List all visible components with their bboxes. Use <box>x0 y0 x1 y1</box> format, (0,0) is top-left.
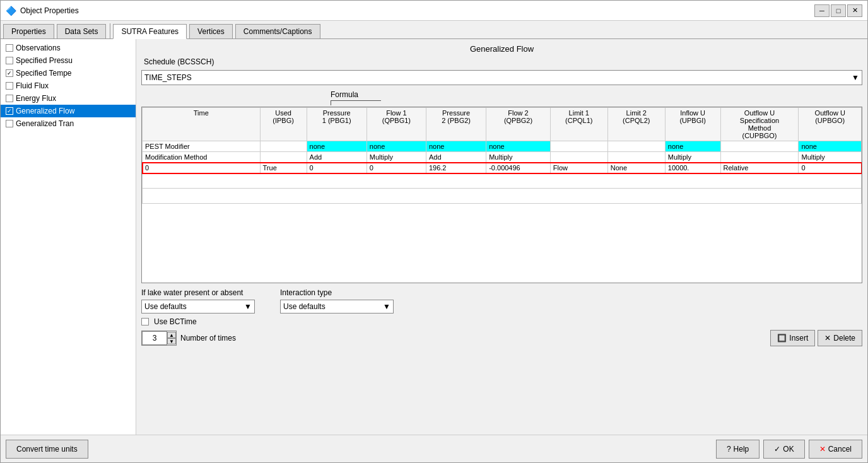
interaction-type-arrow: ▼ <box>383 302 390 311</box>
sidebar-item-generalized-tran[interactable]: Generalized Tran <box>1 117 136 130</box>
interaction-type-dropdown[interactable]: Use defaults ▼ <box>280 300 394 314</box>
lake-water-arrow: ▼ <box>244 302 252 311</box>
insert-button[interactable]: 🔲 Insert <box>770 330 815 346</box>
data-col-9: Relative <box>720 163 799 173</box>
sidebar: Observations Specified Pressu Specified … <box>1 39 136 435</box>
specified-pressure-checkbox[interactable] <box>6 57 13 64</box>
section-title: Generalized Flow <box>141 44 862 54</box>
window-title: Object Properties <box>20 6 79 15</box>
table-container[interactable]: Time Used(IPBG) Pressure1 (PBG1) Flow 1(… <box>141 107 862 283</box>
sidebar-item-energy-flux[interactable]: Energy Flux <box>1 92 136 105</box>
ok-button[interactable]: ✓ OK <box>763 440 804 459</box>
mod-val-2: Multiply <box>367 152 426 163</box>
formula-section: Formula <box>331 90 862 99</box>
data-col-10: 0 <box>799 163 862 173</box>
tab-vertices[interactable]: Vertices <box>189 24 233 38</box>
pest-val-2: none <box>367 141 426 152</box>
col-flow1: Flow 1(QPBG1) <box>367 108 426 141</box>
data-col-5: -0.000496 <box>486 163 551 173</box>
data-col-6: Flow <box>550 163 607 173</box>
data-col-7: None <box>607 163 665 173</box>
minimize-button[interactable]: ─ <box>814 4 830 17</box>
sidebar-item-fluid-flux[interactable]: Fluid Flux <box>1 79 136 92</box>
fluid-flux-checkbox[interactable] <box>6 82 13 90</box>
specified-temp-checkbox[interactable] <box>6 69 13 77</box>
col-time: Time <box>143 108 261 141</box>
maximize-button[interactable]: □ <box>831 4 846 17</box>
mod-empty-2 <box>550 152 607 163</box>
title-controls: ─ □ ✕ <box>814 4 862 17</box>
table-row[interactable]: 0 True 0 0 196.2 -0.000496 Flow None 100… <box>143 163 862 173</box>
mod-val-4: Multiply <box>486 152 551 163</box>
energy-flux-checkbox[interactable] <box>6 95 13 102</box>
col-limit2: Limit 2(CPQL2) <box>607 108 665 141</box>
observations-checkbox[interactable] <box>6 44 13 52</box>
mod-val-7: Multiply <box>665 152 720 163</box>
title-bar: 🔷 Object Properties ─ □ ✕ <box>1 1 867 21</box>
tab-properties[interactable]: Properties <box>3 24 54 38</box>
mod-label: Modification Method <box>143 152 261 163</box>
interaction-type-label: Interaction type <box>280 288 394 297</box>
interaction-type-group: Interaction type Use defaults ▼ <box>280 288 394 314</box>
spin-buttons: ▲ ▼ <box>167 332 176 344</box>
pest-modifier-row: PEST Modifier none none none none none n… <box>143 141 862 152</box>
pest-val-7: none <box>665 141 720 152</box>
sidebar-item-specified-temp[interactable]: Specified Tempe <box>1 67 136 79</box>
tab-bar-top: Properties Data Sets SUTRA Features Vert… <box>1 21 867 39</box>
generalized-tran-checkbox[interactable] <box>6 120 13 127</box>
footer: Convert time units ? Help ✓ OK ✕ Cancel <box>1 435 867 462</box>
main-content: Observations Specified Pressu Specified … <box>1 39 867 435</box>
bottom-controls: If lake water present or absent Use defa… <box>141 288 862 346</box>
tab-sutra-features[interactable]: SUTRA Features <box>113 24 187 39</box>
ok-icon: ✓ <box>774 445 780 454</box>
mod-val-1: Add <box>307 152 367 163</box>
cancel-icon: ✕ <box>819 445 826 454</box>
num-times-input[interactable]: 3 <box>142 331 167 345</box>
window: 🔷 Object Properties ─ □ ✕ Properties Dat… <box>0 0 868 463</box>
convert-time-button[interactable]: Convert time units <box>6 440 88 459</box>
formula-label: Formula <box>331 90 358 99</box>
delete-button[interactable]: ✕ Delete <box>818 330 862 346</box>
insert-icon: 🔲 <box>777 334 787 343</box>
empty-row-1 <box>143 173 862 189</box>
footer-left: Convert time units <box>6 440 88 459</box>
schedule-dropdown-arrow: ▼ <box>852 73 859 82</box>
pest-empty-2 <box>550 141 607 152</box>
generalized-flow-checkbox[interactable] <box>6 107 13 115</box>
spin-down[interactable]: ▼ <box>167 338 176 344</box>
footer-right: ? Help ✓ OK ✕ Cancel <box>716 440 862 459</box>
col-used: Used(IPBG) <box>260 108 307 141</box>
mod-empty-4 <box>720 152 799 163</box>
tab-comments[interactable]: Comments/Captions <box>235 24 320 38</box>
num-times-group: 3 ▲ ▼ Number of times <box>141 331 236 346</box>
help-button[interactable]: ? Help <box>716 440 760 459</box>
close-button[interactable]: ✕ <box>847 4 862 17</box>
sidebar-item-specified-pressure[interactable]: Specified Pressu <box>1 54 136 67</box>
formula-bracket <box>331 100 381 105</box>
spin-up[interactable]: ▲ <box>167 332 176 338</box>
sidebar-item-generalized-flow[interactable]: Generalized Flow <box>1 105 136 117</box>
col-limit1: Limit 1(CPQL1) <box>550 108 607 141</box>
cancel-button[interactable]: ✕ Cancel <box>809 440 862 459</box>
data-col-0: 0 <box>143 163 261 173</box>
use-bctime-checkbox[interactable] <box>141 318 149 325</box>
mod-val-3: Add <box>426 152 486 163</box>
help-icon: ? <box>727 445 731 454</box>
num-times-row: 3 ▲ ▼ Number of times 🔲 Insert <box>141 330 862 346</box>
data-col-1: True <box>260 163 307 173</box>
modification-method-row: Modification Method Add Multiply Add Mul… <box>143 152 862 163</box>
data-col-2: 0 <box>307 163 367 173</box>
pest-val-9: none <box>799 141 862 152</box>
schedule-dropdown-row: TIME_STEPS ▼ <box>141 70 862 85</box>
lake-water-dropdown[interactable]: Use defaults ▼ <box>141 300 255 314</box>
col-pressure1: Pressure1 (PBG1) <box>307 108 367 141</box>
sidebar-item-observations[interactable]: Observations <box>1 42 136 54</box>
schedule-label: Schedule (BCSSCH) <box>144 57 214 66</box>
mod-empty-3 <box>607 152 665 163</box>
controls-row-1: If lake water present or absent Use defa… <box>141 288 862 314</box>
tab-datasets[interactable]: Data Sets <box>57 24 107 38</box>
schedule-dropdown[interactable]: TIME_STEPS ▼ <box>141 70 862 85</box>
delete-icon: ✕ <box>824 334 831 343</box>
num-times-label: Number of times <box>180 334 236 343</box>
pest-empty <box>260 141 307 152</box>
